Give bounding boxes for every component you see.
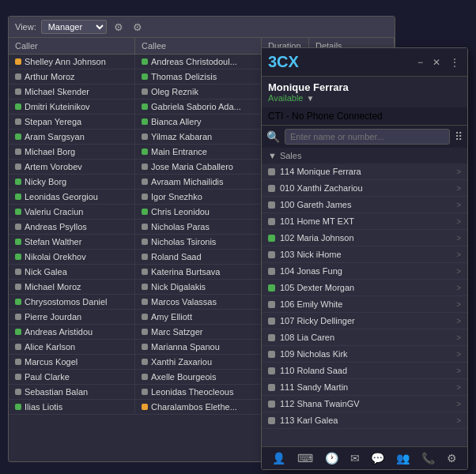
callee-status-dot (142, 404, 148, 410)
caller-status-dot (15, 284, 21, 290)
callee-cell: Yilmaz Kabaran (135, 130, 262, 144)
contact-expand-arrow: > (456, 300, 461, 309)
contact-name: 109 Nicholas Kirk (280, 349, 456, 359)
caller-cell: Nikolai Orekhov (9, 250, 135, 264)
callee-cell: Roland Saad (135, 250, 262, 264)
settings-footer-icon[interactable]: ⚙ (444, 450, 460, 466)
contact-item[interactable]: 110 Roland Saad> (262, 363, 467, 379)
contact-item[interactable]: 010 Xanthi Zachariou> (262, 180, 467, 197)
caller-cell: Valeriu Craciun (9, 205, 135, 219)
search-bar: 🔍 ⠿ (262, 126, 467, 148)
contact-status-dot (268, 201, 275, 209)
caller-cell: Pierre Jourdan (9, 310, 135, 324)
callee-cell: Charalambos Elethe... (135, 400, 262, 414)
contact-status-dot (268, 168, 275, 175)
callee-cell: Xanthi Zaxariou (135, 355, 262, 369)
contact-status-dot (268, 384, 275, 391)
status-dropdown-arrow: ▼ (306, 94, 314, 103)
extra-settings-icon[interactable]: ⚙ (130, 21, 145, 34)
contact-item[interactable]: 101 Home MT EXT> (262, 213, 467, 230)
contact-item[interactable]: 103 Nick iHome> (262, 246, 467, 263)
contact-item[interactable]: 109 Nicholas Kirk> (262, 346, 467, 363)
callee-cell: Bianca Allery (135, 115, 262, 129)
callee-status-dot (142, 269, 148, 275)
caller-cell: Andreas Aristidou (9, 325, 135, 339)
contact-item[interactable]: 107 Ricky Dellinger> (262, 313, 467, 329)
user-status-row[interactable]: Available ▼ (268, 93, 461, 103)
caller-status-dot (15, 374, 21, 380)
contact-item[interactable]: 114 Monique Ferrara> (262, 164, 467, 180)
contacts-list: ▼ Sales114 Monique Ferrara>010 Xanthi Za… (262, 148, 467, 446)
view-select[interactable]: Manager Agent Supervisor (41, 20, 107, 34)
callee-status-dot (142, 254, 148, 260)
contact-status-dot (268, 417, 275, 424)
contact-item[interactable]: 112 Shana TwainGV> (262, 396, 467, 412)
chat-footer-icon[interactable]: 💬 (368, 450, 387, 466)
callee-cell: Main Entrance (135, 145, 262, 159)
contact-item[interactable]: 113 Karl Galea> (262, 412, 467, 429)
caller-cell: Andreas Psyllos (9, 220, 135, 234)
contact-expand-arrow: > (456, 350, 461, 359)
caller-status-dot (15, 194, 21, 200)
contact-item[interactable]: 106 Emily White> (262, 296, 467, 313)
contact-name: 114 Monique Ferrara (280, 167, 456, 176)
contact-name: 113 Karl Galea (280, 416, 456, 425)
more-options-icon[interactable]: ⋮ (448, 57, 461, 68)
caller-cell: Michael Skender (9, 85, 135, 99)
contact-item[interactable]: 102 Maria Johnson> (262, 230, 467, 246)
contact-item[interactable]: 108 Lia Caren> (262, 329, 467, 346)
group-header[interactable]: ▼ Sales (262, 148, 467, 164)
contact-expand-arrow: > (456, 367, 461, 375)
contact-name: 110 Roland Saad (280, 366, 456, 375)
callee-cell: Katerina Burtsava (135, 265, 262, 279)
caller-status-dot (15, 118, 21, 125)
caller-status-dot (15, 269, 21, 275)
caller-status-dot (15, 224, 21, 230)
main-toolbar: View: Manager Agent Supervisor ⚙ ⚙ (9, 17, 395, 38)
callee-cell: Marianna Spanou (135, 340, 262, 354)
contact-expand-arrow: > (456, 201, 461, 209)
window-controls: − ✕ ⋮ (416, 57, 461, 68)
search-input[interactable] (285, 129, 450, 145)
callee-status-dot (142, 88, 148, 95)
3cx-logo: 3CX (268, 53, 299, 71)
caller-cell: Stefan Walther (9, 235, 135, 249)
minimize-button[interactable]: − (416, 57, 425, 68)
callee-status-dot (142, 299, 148, 305)
callee-cell: Igor Snezhko (135, 190, 262, 204)
close-button[interactable]: ✕ (431, 57, 442, 68)
dialpad-icon[interactable]: ⠿ (455, 130, 463, 143)
col-header-caller: Caller (9, 38, 135, 54)
caller-status-dot (15, 314, 21, 320)
callee-status-dot (142, 134, 148, 140)
contact-status-dot (268, 367, 275, 374)
callee-cell: Leonidas Theocleous (135, 385, 262, 399)
contact-name: 108 Lia Caren (280, 333, 456, 342)
callee-status-dot (142, 194, 148, 200)
contact-expand-arrow: > (456, 284, 461, 292)
contact-item[interactable]: 105 Dexter Morgan> (262, 280, 467, 296)
dialpad-footer-icon[interactable]: ⌨ (294, 450, 316, 466)
history-footer-icon[interactable]: 🕐 (322, 450, 342, 466)
voicemail-footer-icon[interactable]: ✉ (347, 450, 363, 466)
contact-status-dot (268, 334, 275, 341)
contact-item[interactable]: 111 Sandy Martin> (262, 379, 467, 396)
caller-status-dot (15, 359, 21, 365)
contact-status-dot (268, 268, 275, 275)
callee-cell: Nicholas Paras (135, 220, 262, 234)
users-footer-icon[interactable]: 👥 (393, 450, 413, 466)
caller-cell: Artem Vorobev (9, 160, 135, 174)
callee-status-dot (142, 239, 148, 245)
contact-expand-arrow: > (456, 167, 461, 176)
settings-gear-icon[interactable]: ⚙ (111, 21, 126, 34)
conference-footer-icon[interactable]: 📞 (418, 450, 438, 466)
contact-item[interactable]: 104 Jonas Fung> (262, 263, 467, 280)
contact-status-dot (268, 401, 275, 408)
contacts-footer-icon[interactable]: 👤 (269, 450, 289, 466)
caller-cell: Paul Clarke (9, 370, 135, 384)
caller-status-dot (15, 58, 21, 65)
contact-item[interactable]: 100 Gareth James> (262, 197, 467, 213)
caller-status-dot (15, 209, 21, 215)
contact-name: 107 Ricky Dellinger (280, 316, 456, 325)
search-icon[interactable]: 🔍 (266, 130, 280, 143)
